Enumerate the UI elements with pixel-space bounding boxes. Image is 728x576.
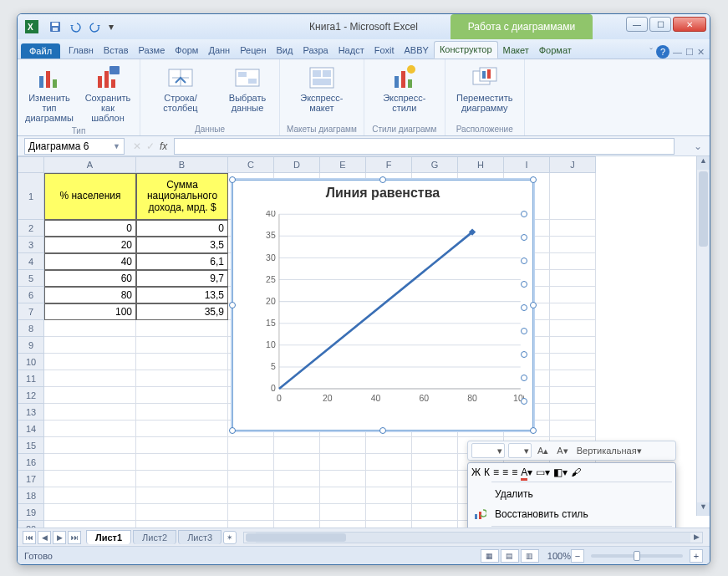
tab-foxit[interactable]: Foxit [369,43,400,59]
chart-handle[interactable] [530,427,537,434]
column-header[interactable]: J [550,156,596,173]
column-header[interactable]: C [228,156,274,173]
ribbon-minimize-icon[interactable]: ˇ [649,47,653,57]
view-pagelayout-icon[interactable]: ▤ [501,549,519,563]
row-header[interactable]: 10 [18,354,44,370]
zoom-slider[interactable] [591,554,683,558]
cell[interactable] [550,404,596,421]
cell[interactable] [550,370,596,387]
scroll-down-icon[interactable]: ▼ [697,502,710,516]
mini-align-center-icon[interactable]: ≡ [502,466,508,478]
cell[interactable] [412,487,458,504]
cell[interactable]: 80 [44,287,136,303]
cell[interactable] [44,320,136,337]
column-header[interactable]: I [504,156,550,173]
row-header[interactable]: 15 [18,437,44,454]
ctx-reset-style[interactable]: Восстановить стиль [468,504,675,524]
scroll-right-icon[interactable]: ▶ [690,533,702,543]
mini-font-dropdown[interactable]: ▾ [471,443,505,458]
name-box[interactable]: Диаграмма 6 ▼ [24,138,125,155]
cell[interactable] [274,504,320,521]
cell[interactable] [136,320,228,337]
row-header[interactable]: 6 [18,287,44,303]
cell[interactable] [228,437,274,454]
cell[interactable] [274,454,320,471]
row-header[interactable]: 5 [18,270,44,287]
chart-handle[interactable] [229,302,236,308]
new-sheet-button[interactable]: ✶ [223,531,237,544]
column-header[interactable]: H [458,156,504,173]
tab-insert[interactable]: Встав [99,43,134,59]
cell[interactable] [136,404,228,421]
name-box-dropdown-icon[interactable]: ▼ [113,142,120,150]
chart-handle[interactable] [530,176,537,183]
cell[interactable] [550,270,596,287]
tab-abbyy[interactable]: ABBY [400,43,434,59]
chart-object[interactable]: Линия равенства 051015202530354002040608… [232,180,533,431]
view-pagebreak-icon[interactable]: ▥ [521,549,539,563]
cell[interactable] [320,504,366,521]
cell[interactable] [366,454,412,471]
row-header[interactable]: 14 [18,421,44,437]
hscroll-thumb[interactable] [246,533,346,542]
cell[interactable] [412,454,458,471]
column-header[interactable]: A [44,156,136,173]
tab-file[interactable]: Файл [21,43,60,59]
workbook-close-icon[interactable]: ✕ [697,47,705,58]
cell[interactable] [550,337,596,354]
cell[interactable]: % населения [44,173,136,220]
column-header[interactable]: D [274,156,320,173]
cell[interactable] [44,404,136,421]
mini-align-right-icon[interactable]: ≡ [512,466,517,478]
cell[interactable] [44,387,136,404]
sheet-nav-last[interactable]: ⏭ [68,531,81,544]
change-chart-type-button[interactable]: Изменить тип диаграммы [24,63,74,125]
scroll-up-icon[interactable]: ▲ [697,156,710,170]
view-normal-icon[interactable]: ▦ [481,549,499,563]
undo-button[interactable] [66,18,84,36]
workbook-restore-icon[interactable]: ☐ [685,47,694,58]
cell[interactable]: 35,9 [136,303,228,320]
row-header[interactable]: 18 [18,487,44,504]
cell[interactable] [366,437,412,454]
chart-handle[interactable] [379,176,386,183]
cell[interactable] [320,471,366,487]
cell[interactable] [274,487,320,504]
cell[interactable] [550,253,596,270]
cell[interactable] [366,504,412,521]
vertical-scrollbar[interactable]: ▲ ▼ [696,156,710,516]
close-button[interactable]: ✕ [673,17,706,32]
mini-text-direction[interactable]: Вертикальная▾ [574,445,644,457]
formula-bar-expand-icon[interactable]: ⌄ [691,140,705,152]
cell[interactable]: 13,5 [136,287,228,303]
cell[interactable]: 100 [44,303,136,320]
cell[interactable] [228,454,274,471]
sheet-nav-first[interactable]: ⏮ [23,531,36,544]
row-header[interactable]: 3 [18,237,44,253]
row-header[interactable]: 16 [18,454,44,471]
cell[interactable]: 9,7 [136,270,228,287]
row-header[interactable]: 12 [18,387,44,404]
cell[interactable] [274,437,320,454]
minimize-button[interactable]: — [626,17,648,32]
sheet-tab-2[interactable]: Лист2 [133,530,176,544]
cell[interactable] [320,487,366,504]
mini-bold-icon[interactable]: Ж [471,466,481,478]
mini-shrink-font-icon[interactable]: A▾ [554,445,570,457]
zoom-thumb[interactable] [634,551,640,561]
cell[interactable] [550,220,596,237]
cell[interactable] [366,487,412,504]
cell[interactable] [44,421,136,437]
chart-title[interactable]: Линия равенства [233,181,532,202]
cell[interactable] [136,437,228,454]
fx-icon[interactable]: fx [160,140,167,152]
row-header[interactable]: 17 [18,471,44,487]
tab-chart-layout[interactable]: Макет [498,43,534,59]
tab-chart-design[interactable]: Конструктор [434,41,498,59]
row-header[interactable]: 8 [18,320,44,337]
mini-grow-font-icon[interactable]: A▴ [535,445,551,457]
cell[interactable] [228,504,274,521]
tab-data[interactable]: Данн [203,43,235,59]
column-header[interactable]: F [366,156,412,173]
row-header[interactable]: 9 [18,337,44,354]
